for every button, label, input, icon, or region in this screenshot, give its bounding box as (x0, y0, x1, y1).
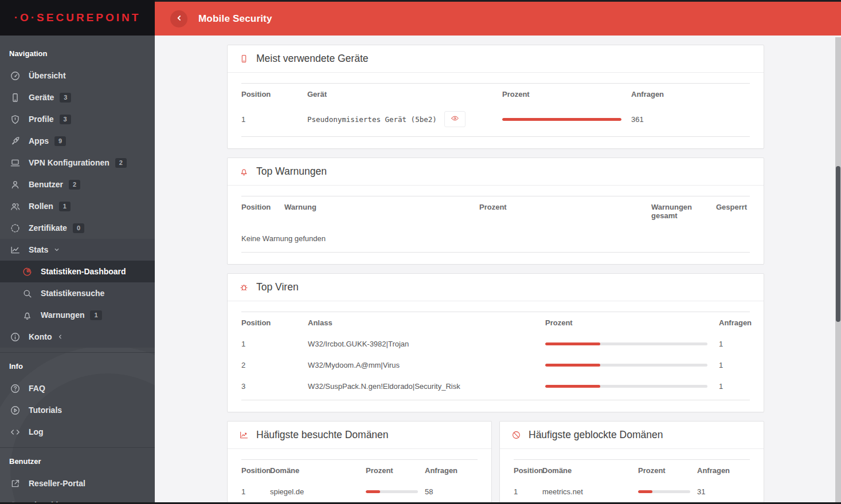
progress-track (545, 364, 707, 367)
cell-value: 58 (425, 481, 478, 502)
card-body: PositionDomäneProzentAnfragen1spiegel.de… (228, 449, 491, 504)
sidebar-item-zertifikate[interactable]: Zertifikate0 (0, 217, 155, 239)
code-icon (10, 427, 21, 438)
main-area: Mobile Security Meist verwendete GeräteP… (155, 0, 841, 504)
sidebar-item-statistiken-dashboard[interactable]: Statistiken-Dashboard (0, 261, 155, 282)
sidebar-item-tutorials[interactable]: Tutorials (0, 399, 155, 421)
sidebar-item-apps[interactable]: Apps9 (0, 130, 155, 152)
count-badge: 0 (73, 223, 84, 233)
sidebar-item-faq[interactable]: FAQ (0, 377, 155, 399)
column-header: Prozent (366, 460, 425, 482)
sidebar-item-label: Reseller-Portal (29, 479, 85, 488)
progress-track (545, 385, 707, 388)
progress-fill (502, 118, 621, 121)
mobile-icon (239, 54, 249, 64)
sidebar-item-rollen[interactable]: Rollen1 (0, 195, 155, 217)
cell-value: 361 (631, 105, 750, 137)
device-name: Pseudonymisiertes Gerät (5be2) (307, 115, 437, 124)
cell-label: W32/Mydoom.A@mm|Virus (308, 355, 545, 376)
card-body: PositionWarnungProzentWarnungen gesamtGe… (228, 186, 764, 264)
cell-value: 1 (719, 355, 750, 376)
laptop-icon (10, 158, 21, 168)
card-body: PositionAnlassProzentAnfragen1W32/Ircbot… (228, 301, 764, 412)
certificate-icon (10, 223, 21, 234)
card-row: Häufigste besuchte DomänenPositionDomäne… (227, 421, 764, 504)
progress-fill (545, 342, 600, 345)
sidebar-item-reseller-portal[interactable]: Reseller-Portal (0, 472, 155, 494)
cell-label: meetrics.net (542, 481, 638, 502)
card-table: PositionDomäneProzentAnfragen1spiegel.de… (241, 459, 478, 504)
count-badge: 3 (60, 93, 71, 103)
column-header: Position (241, 196, 284, 227)
gauge-icon (10, 70, 21, 81)
mobile-icon (10, 92, 21, 103)
count-badge: 2 (115, 158, 127, 168)
progress-track (545, 342, 707, 345)
chevron-left-icon (175, 14, 183, 24)
row-label: meetrics.net (542, 487, 583, 496)
bell-icon (22, 310, 33, 321)
row-label: W32/SuspPack.N.gen!Eldorado|Security_Ris… (308, 382, 460, 391)
column-header: Prozent (502, 84, 631, 105)
sidebar-section: InfoFAQTutorialsLog (0, 352, 155, 443)
bell-icon (239, 167, 249, 176)
sidebar-item-label: Zertifikate (29, 223, 67, 233)
column-header: Anfragen (697, 460, 750, 482)
card-header: Häufigste besuchte Domänen (228, 422, 491, 449)
sidebar-item-log[interactable]: Log (0, 421, 155, 443)
sidebar-item-label: Tutorials (29, 405, 62, 415)
card-title: Top Viren (256, 281, 299, 293)
section-label: Info (0, 353, 155, 377)
card-table: PositionAnlassProzentAnfragen1W32/Ircbot… (241, 312, 750, 400)
view-device-button[interactable] (444, 111, 466, 127)
card-header: Top Viren (228, 274, 764, 301)
cards-container: Meist verwendete GerätePositionGerätProz… (227, 45, 764, 504)
brand-logo: ·O·SECUREPOINT (14, 11, 141, 24)
card-body: PositionGerätProzentAnfragen1Pseudonymis… (228, 73, 764, 148)
cell-percent (502, 105, 631, 137)
card-title: Meist verwendete Geräte (256, 53, 369, 65)
progress-track (366, 490, 418, 493)
card-title: Häufigste geblockte Domänen (529, 429, 663, 441)
table-row: 1spiegel.de58 (241, 481, 478, 502)
column-header: Position (241, 460, 270, 482)
card-top-warnungen: Top WarnungenPositionWarnungProzentWarnu… (227, 158, 764, 265)
sidebar-group-block: StatsStatistiken-DashboardStatistikensuc… (0, 239, 155, 348)
topbar: Mobile Security (155, 0, 841, 36)
column-header: Anlass (308, 312, 545, 334)
count-badge: 1 (90, 310, 101, 320)
external-icon (10, 478, 21, 489)
sidebar-section: BenutzerReseller-PortalAbmelden (0, 447, 155, 504)
sidebar-item-stats[interactable]: Stats (0, 239, 155, 261)
sidebar-item-vpn-konfigurationen[interactable]: VPN Konfigurationen2 (0, 152, 155, 174)
table-row: 2W32/Mydoom.A@mm|Virus1 (241, 355, 750, 376)
play-icon (10, 405, 21, 416)
column-header: Warnung (284, 196, 479, 227)
sidebar-item-uebersicht[interactable]: Übersicht (0, 65, 155, 86)
sidebar-item-benutzer[interactable]: Benutzer2 (0, 174, 155, 195)
sidebar-item-statistikensuche[interactable]: Statistikensuche (0, 282, 155, 304)
sidebar-item-warnungen[interactable]: Warnungen1 (0, 304, 155, 326)
cell-percent (545, 355, 719, 376)
progress-fill (545, 364, 600, 367)
sidebar-item-label: Statistiken-Dashboard (41, 267, 126, 276)
card-meist-verwendete-geraete: Meist verwendete GerätePositionGerätProz… (227, 45, 764, 149)
cell-percent (545, 333, 719, 355)
empty-message: Keine Warnung gefunden (241, 226, 750, 253)
cell-value: 1 (719, 333, 750, 355)
scrollbar-track[interactable] (835, 37, 841, 504)
column-header: Gesperrt (716, 196, 750, 227)
chevron-down-icon (53, 246, 60, 253)
ban-icon (511, 430, 521, 440)
sidebar-nav: NavigationÜbersichtGeräte3Profile3Apps9V… (0, 36, 155, 504)
sidebar-item-konto[interactable]: Konto (0, 326, 155, 348)
scrollbar-thumb[interactable] (836, 166, 840, 322)
sidebar-item-profile[interactable]: Profile3 (0, 108, 155, 130)
count-badge: 1 (59, 202, 71, 211)
card-header: Häufigste geblockte Domänen (500, 422, 764, 449)
sidebar-item-label: Geräte (29, 93, 54, 102)
cell-percent (638, 481, 697, 502)
chart-icon (10, 245, 21, 255)
sidebar-item-geraete[interactable]: Geräte3 (0, 86, 155, 108)
back-button[interactable] (170, 10, 187, 27)
